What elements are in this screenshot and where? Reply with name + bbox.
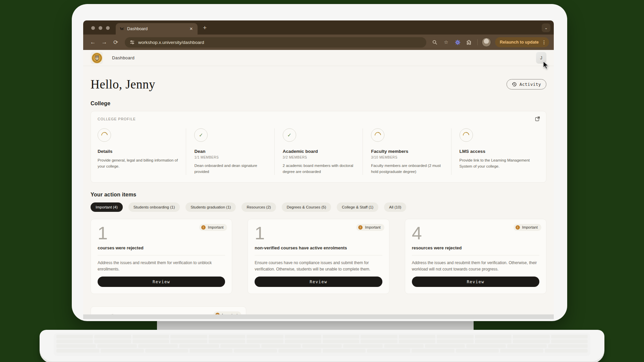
toolbar-divider	[477, 39, 478, 45]
window-maximize-dot[interactable]	[106, 26, 110, 30]
keyboard-key	[94, 340, 131, 343]
step-members: 1/1 MEMBERS	[194, 156, 267, 159]
keyboard-key	[361, 340, 397, 343]
card-divider	[98, 255, 225, 255]
progress-spinner-icon	[371, 128, 384, 142]
important-dot-icon: !	[516, 225, 520, 230]
site-settings-icon[interactable]	[129, 40, 135, 45]
open-in-new-icon[interactable]	[535, 116, 540, 121]
keyboard-key	[261, 344, 301, 348]
profile-step-academic-board[interactable]: Academic board 3/2 MEMBERS 2 academic bo…	[274, 128, 363, 175]
browser-window: W Dashboard ✕ + ⌄ ← → ⟳ workshop.x.unive…	[83, 20, 554, 314]
profile-step-lms-access[interactable]: LMS access Provide link to the Learning …	[451, 128, 539, 175]
new-tab-button[interactable]: +	[203, 24, 207, 31]
badge-label: Important	[208, 225, 223, 229]
step-description: Dean onboarded and dean signature provid…	[194, 163, 267, 175]
keyboard-key	[132, 340, 169, 343]
badge-label: Important	[365, 225, 380, 229]
keyboard-key	[367, 349, 410, 353]
tab-search-chevron-icon[interactable]: ⌄	[542, 23, 550, 32]
card-description: Ensure courses have no compliance issues…	[255, 260, 382, 272]
history-clock-icon	[512, 82, 517, 87]
action-items-heading: Your action items	[91, 192, 546, 198]
keyboard-key	[323, 340, 359, 343]
keyboard-key	[343, 344, 383, 348]
zoom-magnifier-icon[interactable]	[430, 38, 439, 47]
keyboard-key	[170, 340, 207, 343]
progress-spinner-icon	[98, 128, 111, 142]
browser-profile-avatar[interactable]	[482, 38, 491, 47]
filter-chip-important[interactable]: Important (4)	[91, 202, 123, 212]
important-dot-icon: !	[358, 225, 363, 230]
keyboard-key	[323, 349, 366, 353]
keyboard-key	[247, 340, 283, 343]
keyboard-key	[145, 349, 188, 353]
keyboard-key	[234, 349, 277, 353]
window-close-dot[interactable]	[91, 26, 95, 30]
filter-chip-students-graduation[interactable]: Students graduation (1)	[185, 202, 236, 212]
filter-chip-degrees-courses[interactable]: Degrees & Courses (5)	[282, 202, 331, 212]
step-title: Dean	[194, 149, 267, 154]
keyboard-key	[56, 349, 99, 353]
extension-gear-icon[interactable]	[453, 38, 462, 47]
action-card-resources-rejected: ! Important 4 resources were rejected Ad…	[405, 219, 546, 294]
step-title: Details	[98, 149, 178, 154]
card-divider	[255, 255, 382, 255]
profile-step-dean[interactable]: Dean 1/1 MEMBERS Dean onboarded and dean…	[186, 128, 274, 175]
badge-label: Important	[522, 225, 538, 229]
keyboard-key	[507, 344, 547, 348]
keyboard-key	[513, 335, 549, 339]
kebab-menu-icon[interactable]: ⋮	[542, 40, 546, 45]
keyboard-key	[190, 349, 232, 353]
keyboard-key	[97, 344, 137, 348]
keyboard-key	[545, 349, 588, 353]
window-controls[interactable]	[91, 26, 110, 30]
bookmark-star-icon[interactable]: ☆	[442, 38, 450, 47]
reload-icon[interactable]: ⟳	[111, 37, 121, 47]
keyboard-key	[475, 340, 512, 343]
college-profile-columns: Details Provide general, legal and billi…	[98, 128, 539, 175]
activity-button-label: Activity	[520, 82, 541, 87]
keyboard-key	[384, 344, 424, 348]
college-crest-logo[interactable]	[91, 52, 103, 64]
filter-chip-resources[interactable]: Resources (2)	[241, 202, 276, 212]
keyboard-key	[412, 349, 454, 353]
keyboard-key	[513, 340, 549, 343]
card-title: non-verified courses have active enrolme…	[255, 245, 382, 250]
activity-button[interactable]: Activity	[506, 79, 546, 89]
laptop-screen: W Dashboard ✕ + ⌄ ← → ⟳ workshop.x.unive…	[72, 4, 567, 321]
review-button[interactable]: Review	[255, 277, 382, 287]
check-circle-icon	[283, 128, 296, 142]
review-button[interactable]: Review	[412, 277, 539, 287]
action-card-partial: ! Important 12	[91, 306, 246, 314]
filter-chip-students-onboarding[interactable]: Students onboarding (1)	[128, 202, 180, 212]
back-icon[interactable]: ←	[88, 37, 98, 47]
keyboard-key	[56, 335, 93, 339]
mouse-cursor	[543, 61, 550, 70]
address-bar[interactable]: workshop.x.university/dashboard	[125, 37, 426, 48]
filter-chip-all[interactable]: All (10)	[384, 202, 406, 212]
window-minimize-dot[interactable]	[99, 26, 102, 30]
review-button[interactable]: Review	[98, 277, 225, 287]
tab-close-icon[interactable]: ✕	[188, 26, 194, 32]
forward-icon[interactable]: →	[99, 37, 109, 47]
keyboard-key	[170, 335, 207, 339]
filter-chip-college-staff[interactable]: College & Staff (1)	[337, 202, 378, 212]
keyboard-key	[361, 335, 397, 339]
browser-toolbar: ← → ⟳ workshop.x.university/dashboard ☆	[83, 35, 554, 50]
keyboard-key	[466, 344, 506, 348]
step-title: LMS access	[460, 149, 532, 154]
relaunch-label: Relaunch to update	[500, 40, 539, 45]
step-title: Academic board	[283, 149, 355, 154]
relaunch-to-update-button[interactable]: Relaunch to update ⋮	[495, 37, 549, 47]
keyboard-key	[475, 335, 512, 339]
profile-step-faculty-members[interactable]: Faculty members 3/10 MEMBERS Faculty mem…	[363, 128, 451, 175]
college-profile-label: COLLEGE PROFILE	[98, 117, 539, 121]
card-description: Address the issues and resubmit them for…	[412, 260, 539, 272]
url-text[interactable]: workshop.x.university/dashboard	[138, 40, 204, 45]
keyboard-keys	[54, 333, 590, 356]
keyboard-key	[179, 344, 219, 348]
extensions-puzzle-icon[interactable]	[465, 38, 473, 47]
profile-step-details[interactable]: Details Provide general, legal and billi…	[98, 128, 186, 175]
browser-tab-dashboard[interactable]: W Dashboard ✕	[116, 23, 198, 35]
